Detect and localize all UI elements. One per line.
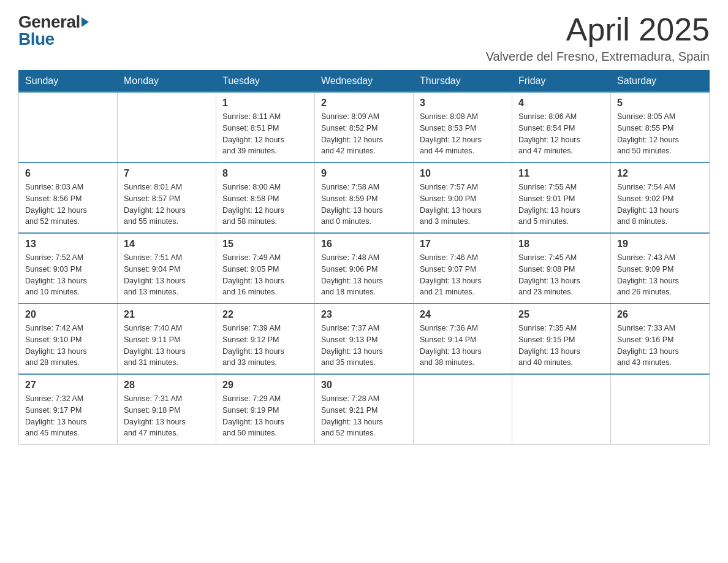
- calendar-cell: 6Sunrise: 8:03 AMSunset: 8:56 PMDaylight…: [19, 163, 118, 233]
- calendar-week-row: 1Sunrise: 8:11 AMSunset: 8:51 PMDaylight…: [19, 92, 710, 163]
- cell-sun-info: Sunrise: 7:45 AMSunset: 9:08 PMDaylight:…: [518, 252, 604, 298]
- cell-sun-info: Sunrise: 8:00 AMSunset: 8:58 PMDaylight:…: [222, 182, 308, 228]
- calendar-table: SundayMondayTuesdayWednesdayThursdayFrid…: [18, 70, 710, 445]
- logo: General Blue: [18, 12, 90, 48]
- cell-sun-info: Sunrise: 7:31 AMSunset: 9:18 PMDaylight:…: [124, 393, 210, 439]
- calendar-cell: 17Sunrise: 7:46 AMSunset: 9:07 PMDayligh…: [414, 233, 512, 304]
- cell-day-number: 23: [321, 309, 407, 320]
- calendar-week-row: 6Sunrise: 8:03 AMSunset: 8:56 PMDaylight…: [19, 163, 710, 233]
- cell-sun-info: Sunrise: 8:06 AMSunset: 8:54 PMDaylight:…: [518, 111, 604, 157]
- cell-day-number: 22: [222, 309, 308, 320]
- cell-sun-info: Sunrise: 7:37 AMSunset: 9:13 PMDaylight:…: [321, 323, 407, 369]
- calendar-cell: [512, 374, 611, 445]
- cell-sun-info: Sunrise: 8:08 AMSunset: 8:53 PMDaylight:…: [420, 111, 506, 157]
- cell-sun-info: Sunrise: 7:57 AMSunset: 9:00 PMDaylight:…: [420, 182, 506, 228]
- calendar-cell: [118, 92, 216, 163]
- cell-day-number: 7: [124, 168, 210, 179]
- calendar-cell: 24Sunrise: 7:36 AMSunset: 9:14 PMDayligh…: [414, 304, 512, 374]
- cell-day-number: 4: [518, 98, 604, 109]
- calendar-cell: [414, 374, 512, 445]
- calendar-week-row: 20Sunrise: 7:42 AMSunset: 9:10 PMDayligh…: [19, 304, 710, 374]
- cell-day-number: 18: [518, 239, 604, 250]
- cell-day-number: 12: [617, 168, 703, 179]
- cell-day-number: 26: [617, 309, 703, 320]
- title-area: April 2025 Valverde del Fresno, Extremad…: [486, 12, 710, 64]
- calendar-cell: 7Sunrise: 8:01 AMSunset: 8:57 PMDaylight…: [118, 163, 216, 233]
- cell-sun-info: Sunrise: 7:32 AMSunset: 9:17 PMDaylight:…: [25, 393, 111, 439]
- calendar-cell: 19Sunrise: 7:43 AMSunset: 9:09 PMDayligh…: [611, 233, 710, 304]
- cell-sun-info: Sunrise: 8:01 AMSunset: 8:57 PMDaylight:…: [124, 182, 210, 228]
- calendar-header-row: SundayMondayTuesdayWednesdayThursdayFrid…: [19, 71, 710, 93]
- cell-sun-info: Sunrise: 8:09 AMSunset: 8:52 PMDaylight:…: [321, 111, 407, 157]
- location-title: Valverde del Fresno, Extremadura, Spain: [486, 50, 710, 64]
- calendar-cell: 10Sunrise: 7:57 AMSunset: 9:00 PMDayligh…: [414, 163, 512, 233]
- cell-day-number: 20: [25, 309, 111, 320]
- cell-day-number: 21: [124, 309, 210, 320]
- calendar-cell: 3Sunrise: 8:08 AMSunset: 8:53 PMDaylight…: [414, 92, 512, 163]
- cell-day-number: 8: [222, 168, 308, 179]
- calendar-cell: 30Sunrise: 7:28 AMSunset: 9:21 PMDayligh…: [315, 374, 414, 445]
- cell-sun-info: Sunrise: 7:35 AMSunset: 9:15 PMDaylight:…: [518, 323, 604, 369]
- cell-day-number: 1: [222, 98, 308, 109]
- cell-day-number: 6: [25, 168, 111, 179]
- calendar-week-row: 13Sunrise: 7:52 AMSunset: 9:03 PMDayligh…: [19, 233, 710, 304]
- calendar-cell: [19, 92, 118, 163]
- cell-sun-info: Sunrise: 7:42 AMSunset: 9:10 PMDaylight:…: [25, 323, 111, 369]
- cell-sun-info: Sunrise: 7:33 AMSunset: 9:16 PMDaylight:…: [617, 323, 703, 369]
- cell-day-number: 5: [617, 98, 703, 109]
- cell-sun-info: Sunrise: 7:39 AMSunset: 9:12 PMDaylight:…: [222, 323, 308, 369]
- cell-sun-info: Sunrise: 7:28 AMSunset: 9:21 PMDaylight:…: [321, 393, 407, 439]
- calendar-cell: 25Sunrise: 7:35 AMSunset: 9:15 PMDayligh…: [512, 304, 611, 374]
- calendar-cell: 29Sunrise: 7:29 AMSunset: 9:19 PMDayligh…: [216, 374, 315, 445]
- cell-sun-info: Sunrise: 7:40 AMSunset: 9:11 PMDaylight:…: [124, 323, 210, 369]
- header-wednesday: Wednesday: [315, 71, 414, 93]
- cell-sun-info: Sunrise: 7:43 AMSunset: 9:09 PMDaylight:…: [617, 252, 703, 298]
- calendar-cell: 23Sunrise: 7:37 AMSunset: 9:13 PMDayligh…: [315, 304, 414, 374]
- cell-day-number: 30: [321, 380, 407, 391]
- cell-day-number: 19: [617, 239, 703, 250]
- calendar-cell: 22Sunrise: 7:39 AMSunset: 9:12 PMDayligh…: [216, 304, 315, 374]
- cell-sun-info: Sunrise: 7:29 AMSunset: 9:19 PMDaylight:…: [222, 393, 308, 439]
- cell-day-number: 29: [222, 380, 308, 391]
- cell-sun-info: Sunrise: 7:54 AMSunset: 9:02 PMDaylight:…: [617, 182, 703, 228]
- calendar-cell: 28Sunrise: 7:31 AMSunset: 9:18 PMDayligh…: [118, 374, 216, 445]
- cell-day-number: 14: [124, 239, 210, 250]
- logo-triangle-icon: [80, 12, 90, 29]
- cell-day-number: 2: [321, 98, 407, 109]
- month-title: April 2025: [486, 12, 710, 47]
- header-monday: Monday: [118, 71, 216, 93]
- logo-blue: Blue: [18, 31, 90, 48]
- cell-sun-info: Sunrise: 7:46 AMSunset: 9:07 PMDaylight:…: [420, 252, 506, 298]
- header-saturday: Saturday: [611, 71, 710, 93]
- calendar-cell: 15Sunrise: 7:49 AMSunset: 9:05 PMDayligh…: [216, 233, 315, 304]
- calendar-cell: 13Sunrise: 7:52 AMSunset: 9:03 PMDayligh…: [19, 233, 118, 304]
- calendar-cell: 8Sunrise: 8:00 AMSunset: 8:58 PMDaylight…: [216, 163, 315, 233]
- cell-sun-info: Sunrise: 7:49 AMSunset: 9:05 PMDaylight:…: [222, 252, 308, 298]
- page-header: General Blue April 2025 Valverde del Fre…: [18, 12, 710, 64]
- cell-sun-info: Sunrise: 7:51 AMSunset: 9:04 PMDaylight:…: [124, 252, 210, 298]
- cell-day-number: 15: [222, 239, 308, 250]
- header-tuesday: Tuesday: [216, 71, 315, 93]
- header-sunday: Sunday: [19, 71, 118, 93]
- cell-day-number: 24: [420, 309, 506, 320]
- calendar-cell: 20Sunrise: 7:42 AMSunset: 9:10 PMDayligh…: [19, 304, 118, 374]
- calendar-cell: 21Sunrise: 7:40 AMSunset: 9:11 PMDayligh…: [118, 304, 216, 374]
- calendar-cell: 2Sunrise: 8:09 AMSunset: 8:52 PMDaylight…: [315, 92, 414, 163]
- calendar-cell: 5Sunrise: 8:05 AMSunset: 8:55 PMDaylight…: [611, 92, 710, 163]
- calendar-cell: 9Sunrise: 7:58 AMSunset: 8:59 PMDaylight…: [315, 163, 414, 233]
- calendar-cell: 12Sunrise: 7:54 AMSunset: 9:02 PMDayligh…: [611, 163, 710, 233]
- svg-marker-0: [82, 17, 89, 27]
- cell-day-number: 10: [420, 168, 506, 179]
- cell-day-number: 13: [25, 239, 111, 250]
- cell-sun-info: Sunrise: 8:03 AMSunset: 8:56 PMDaylight:…: [25, 182, 111, 228]
- cell-day-number: 16: [321, 239, 407, 250]
- cell-sun-info: Sunrise: 7:48 AMSunset: 9:06 PMDaylight:…: [321, 252, 407, 298]
- cell-sun-info: Sunrise: 7:58 AMSunset: 8:59 PMDaylight:…: [321, 182, 407, 228]
- calendar-cell: 11Sunrise: 7:55 AMSunset: 9:01 PMDayligh…: [512, 163, 611, 233]
- cell-day-number: 11: [518, 168, 604, 179]
- cell-day-number: 28: [124, 380, 210, 391]
- calendar-cell: 27Sunrise: 7:32 AMSunset: 9:17 PMDayligh…: [19, 374, 118, 445]
- calendar-cell: 16Sunrise: 7:48 AMSunset: 9:06 PMDayligh…: [315, 233, 414, 304]
- calendar-cell: 18Sunrise: 7:45 AMSunset: 9:08 PMDayligh…: [512, 233, 611, 304]
- cell-day-number: 25: [518, 309, 604, 320]
